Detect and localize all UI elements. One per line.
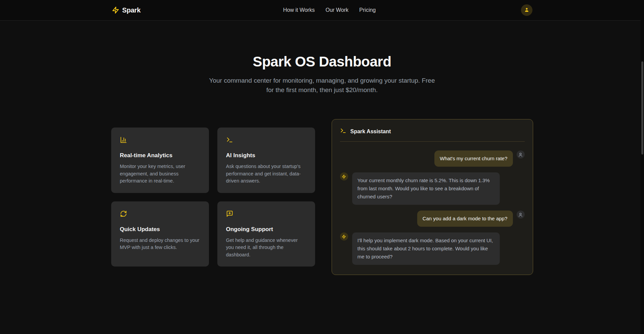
chat-message-assistant: Your current monthly churn rate is 5.2%.… — [340, 172, 525, 205]
assistant-zap-avatar — [340, 172, 348, 180]
nav-link-how-it-works[interactable]: How it Works — [283, 7, 315, 13]
zap-icon — [112, 6, 119, 14]
navbar-right — [368, 4, 532, 16]
user-message-bubble: What's my current churn rate? — [434, 150, 513, 167]
message-square-plus-icon — [226, 210, 306, 219]
brand[interactable]: Spark — [112, 6, 276, 14]
chat-message-assistant: I'll help you implement dark mode. Based… — [340, 232, 525, 265]
assistant-header: Spark Assistant — [340, 128, 525, 142]
hero-subtitle: Your command center for monitoring, mana… — [206, 76, 438, 95]
assistant-zap-avatar — [340, 232, 348, 241]
message-list: What's my current churn rate? Your curre… — [340, 150, 525, 265]
user-avatar — [517, 150, 525, 159]
brand-name: Spark — [122, 6, 141, 14]
feature-card-realtime-analytics[interactable]: Real-time Analytics Monitor your key met… — [111, 128, 209, 193]
feature-description: Ask questions about your startup's perfo… — [226, 163, 306, 185]
feature-card-quick-updates[interactable]: Quick Updates Request and deploy changes… — [111, 201, 209, 267]
feature-grid: Real-time Analytics Monitor your key met… — [111, 128, 315, 267]
feature-title: AI Insights — [226, 152, 306, 159]
user-message-bubble: Can you add a dark mode to the app? — [417, 211, 513, 227]
assistant-message-bubble: Your current monthly churn rate is 5.2%.… — [352, 172, 500, 205]
user-icon — [524, 7, 530, 14]
feature-title: Quick Updates — [120, 226, 200, 233]
page-title: Spark OS Dashboard — [0, 54, 644, 70]
hero: Spark OS Dashboard Your command center f… — [0, 21, 644, 95]
nav-links: How it Works Our Work Pricing — [283, 7, 376, 13]
scrollbar-track[interactable] — [641, 0, 644, 334]
feature-card-ai-insights[interactable]: AI Insights Ask questions about your sta… — [217, 128, 315, 193]
bar-chart-icon — [120, 136, 200, 145]
nav-link-pricing[interactable]: Pricing — [359, 7, 376, 13]
feature-description: Request and deploy changes to your MVP w… — [120, 237, 200, 251]
navbar-container: Spark How it Works Our Work Pricing — [106, 4, 538, 16]
nav-link-our-work[interactable]: Our Work — [326, 7, 348, 13]
user-avatar-button[interactable] — [521, 4, 532, 16]
feature-description: Monitor your key metrics, user engagemen… — [120, 163, 200, 185]
assistant-title: Spark Assistant — [350, 129, 391, 135]
spark-assistant-panel: Spark Assistant What's my current churn … — [332, 119, 533, 275]
feature-title: Real-time Analytics — [120, 152, 200, 159]
refresh-icon — [120, 210, 200, 219]
assistant-message-bubble: I'll help you implement dark mode. Based… — [352, 232, 500, 265]
navbar: Spark How it Works Our Work Pricing — [0, 0, 644, 21]
feature-card-ongoing-support[interactable]: Ongoing Support Get help and guidance wh… — [217, 201, 315, 267]
scrollbar-thumb[interactable] — [641, 61, 643, 155]
content-row: Real-time Analytics Monitor your key met… — [0, 119, 644, 275]
user-avatar — [517, 211, 525, 219]
feature-description: Get help and guidance whenever you need … — [226, 237, 306, 259]
chat-message-user: What's my current churn rate? — [340, 150, 525, 167]
terminal-icon — [340, 128, 346, 135]
feature-title: Ongoing Support — [226, 226, 306, 233]
terminal-icon — [226, 136, 306, 145]
chat-message-user: Can you add a dark mode to the app? — [340, 211, 525, 227]
